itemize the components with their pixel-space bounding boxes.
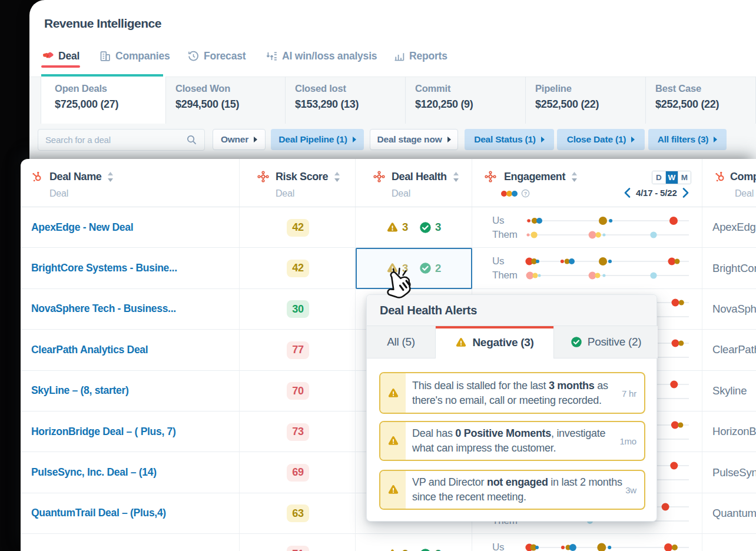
summary-card-pipeline[interactable]: Pipeline$252,500 (22) [526, 77, 646, 124]
filter-pill-deal-status-1-[interactable]: Deal Status (1) [465, 129, 554, 150]
tab-forecast[interactable]: Forecast [187, 48, 246, 64]
popup-tab-label: Negative (3) [472, 336, 533, 349]
popup-tab-all-5-[interactable]: All (5) [367, 326, 436, 359]
filter-pill-label: Close Date (1) [567, 134, 626, 145]
tab-ai-win-loss-analysis[interactable]: AI win/loss analysis [266, 48, 377, 64]
deal-name-link[interactable]: SkyLine – (8, starter) [31, 371, 129, 411]
engagement-dot [664, 543, 672, 551]
summary-card-open-deals[interactable]: Open Deals$725,000 (27) [41, 77, 166, 124]
granularity-option-m[interactable]: M [678, 171, 691, 184]
filter-pill-deal-pipeline-1-[interactable]: Deal Pipeline (1) [271, 129, 364, 150]
deal-name-link[interactable]: NovaSphere Tech - Business... [31, 289, 176, 329]
summary-card-closed-won[interactable]: Closed Won$294,500 (15) [166, 77, 286, 124]
engagement-legend: ? [501, 189, 530, 198]
summary-card-best-case[interactable]: Best Case$252,500 (22) [646, 77, 756, 124]
chevron-right-icon[interactable] [682, 188, 689, 198]
popup-tab-positive-2-[interactable]: Positive (2) [553, 326, 658, 359]
filter-pill-close-date-1-[interactable]: Close Date (1) [557, 129, 645, 150]
engagement-dot [608, 260, 612, 263]
tab-deal[interactable]: Deal [42, 48, 79, 64]
risk-score-badge: 77 [287, 341, 309, 359]
column-header-deal-name[interactable]: Deal Name [49, 170, 114, 184]
engagement-dot [608, 546, 611, 549]
warning-icon [387, 435, 399, 447]
deal-name-link[interactable]: HorizonBridge Deal – ( Plus, 7) [31, 411, 175, 452]
popup-tab-negative-3-[interactable]: Negative (3) [436, 326, 553, 359]
engagement-us-label: Us [492, 255, 523, 268]
popup-tab-label: All (5) [387, 336, 415, 348]
warning-icon [386, 548, 399, 551]
engagement-them-label: Them [492, 228, 523, 241]
column-title: Engagement [504, 171, 565, 183]
filter-pill-owner[interactable]: Owner [213, 129, 266, 150]
engagement-dot [670, 462, 678, 470]
caret-right-icon [541, 137, 545, 142]
engagement-dot [602, 274, 605, 277]
engagement-dot [678, 341, 684, 346]
sort-icon[interactable] [107, 172, 114, 182]
custom-object-icon [257, 171, 269, 182]
table-row: ApexEdge - New Deal4233UsThemApexEdge [21, 207, 756, 248]
sort-icon[interactable] [334, 172, 340, 182]
companies-icon [99, 50, 111, 62]
summary-card-closed-lost[interactable]: Closed lost$153,290 (13) [286, 77, 406, 124]
deal-name-link[interactable]: ClearPath Analytics Deal [31, 330, 148, 370]
negative-count: 3 [402, 534, 408, 551]
engagement-dot [561, 260, 564, 263]
caret-right-icon [714, 137, 717, 142]
company-name: QuantumTrail [712, 493, 756, 533]
risk-score-badge: 69 [287, 464, 309, 482]
column-header-deal-health[interactable]: Deal Health [392, 170, 459, 184]
column-header-company[interactable]: Company [730, 170, 756, 184]
engagement-dot [595, 232, 601, 237]
filter-pill-all-filters-3-[interactable]: All filters (3) [648, 129, 727, 150]
engagement-dot [531, 231, 538, 238]
deal-name-link[interactable]: ApexEdge - New Deal [31, 207, 133, 247]
sort-icon[interactable] [453, 172, 459, 182]
alert-card[interactable]: VP and Director not engaged in last 2 mo… [379, 470, 645, 510]
deal-icon [42, 50, 54, 62]
caret-right-icon [254, 137, 257, 142]
deal-name-link[interactable]: QuantumTrail Deal – (Plus,4) [31, 493, 166, 533]
chevron-left-icon[interactable] [624, 188, 631, 198]
engagement-dot [678, 423, 683, 428]
engagement-dot [533, 273, 538, 278]
company-name: BrightCore [712, 248, 756, 288]
engagement-dot [597, 543, 606, 551]
company-name: ClearPath [712, 330, 756, 370]
column-header-engagement[interactable]: Engagement [504, 170, 578, 184]
deal-name-link[interactable]: PulseSync, Inc. Deal – (14) [31, 452, 157, 492]
summary-card-value: $725,000 (27) [55, 98, 165, 111]
alert-text-line: there's no email, call or meeting record… [412, 393, 644, 408]
page-title: Revenue Intelligence [44, 16, 161, 31]
ai-analysis-icon [266, 50, 278, 62]
engagement-timeline [525, 213, 695, 244]
positive-count: 3 [435, 207, 441, 247]
column-subtitle: Deal [49, 188, 68, 199]
engagement-dot [599, 217, 607, 225]
column-header-risk-score[interactable]: Risk Score [276, 170, 340, 184]
column-subtitle: Deal [735, 188, 754, 199]
granularity-option-d[interactable]: D [652, 171, 665, 184]
filter-pill-deal-stage-now[interactable]: Deal stage now [370, 129, 458, 150]
granularity-option-w[interactable]: W [665, 171, 678, 184]
engagement-dot [671, 421, 679, 429]
tab-reports[interactable]: Reports [393, 48, 447, 64]
alert-card[interactable]: This deal is stalled for the last 3 mont… [379, 372, 645, 414]
alert-text: Deal has 0 Positive Moments, investigate… [406, 422, 644, 460]
column-subtitle: Deal [276, 188, 294, 199]
sort-icon[interactable] [571, 172, 578, 182]
company-name: ApexEdge [712, 207, 756, 247]
alert-text-line: This deal is stalled for the last 3 mont… [412, 379, 644, 393]
question-icon[interactable]: ? [521, 189, 530, 198]
deal-name-link[interactable]: BrightCore Systems - Busine... [31, 248, 177, 288]
engagement-dot [662, 503, 669, 510]
engagement-dot [672, 298, 679, 306]
alert-icon-zone [380, 422, 406, 460]
alert-card[interactable]: Deal has 0 Positive Moments, investigate… [379, 421, 645, 461]
tab-label: Reports [409, 50, 447, 62]
filter-pill-label: Deal stage now [377, 134, 442, 145]
tab-companies[interactable]: Companies [99, 48, 170, 64]
search-input[interactable]: Search for a deal [38, 129, 205, 151]
summary-card-commit[interactable]: Commit$120,250 (9) [406, 77, 526, 124]
